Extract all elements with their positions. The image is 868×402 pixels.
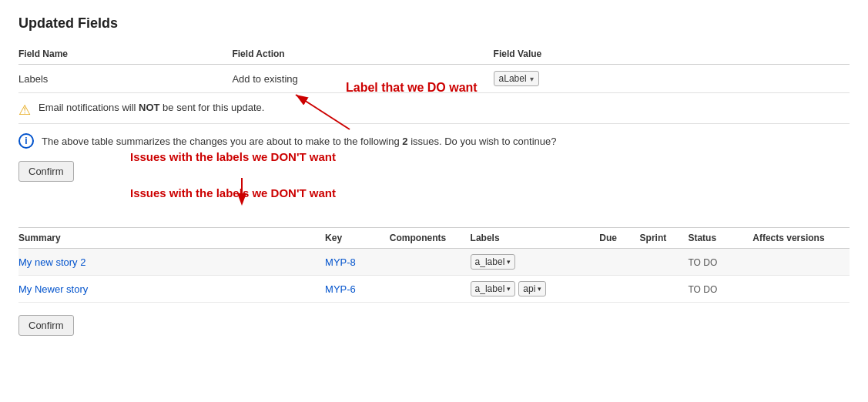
field-name-cell: Labels	[18, 65, 232, 93]
page-title: Updated Fields	[18, 15, 850, 32]
chevron-down-icon: ▾	[530, 75, 534, 83]
issue-due-cell	[599, 249, 639, 276]
field-value-select[interactable]: aLabel ▾	[494, 71, 539, 86]
label-select[interactable]: api▾	[518, 281, 546, 296]
fields-table: Field Name Field Action Field Value Labe…	[18, 44, 850, 93]
col-header-key: Key	[325, 228, 390, 249]
issue-key-cell: MYP-6	[325, 276, 390, 303]
issue-sprint-cell	[640, 249, 689, 276]
field-value-select-text: aLabel	[499, 73, 527, 84]
col-header-field-action: Field Action	[232, 44, 493, 65]
col-header-field-name: Field Name	[18, 44, 232, 65]
issue-key-cell: MYP-8	[325, 249, 390, 276]
confirm-bottom-button[interactable]: Confirm	[18, 315, 74, 336]
label-select[interactable]: a_label▾	[471, 281, 516, 296]
annotation2-text: Issues with the labels we DON'T want	[130, 186, 336, 199]
chevron-down-icon: ▾	[538, 285, 541, 293]
issue-components-cell	[390, 249, 471, 276]
col-header-summary: Summary	[18, 228, 325, 249]
label-select[interactable]: a_label▾	[471, 254, 516, 270]
issues-table-row: My new story 2MYP-8a_label▾TO DO	[18, 249, 850, 276]
col-header-labels: Labels	[471, 228, 600, 249]
confirm-bottom-section: Confirm	[18, 309, 850, 340]
issue-key-link[interactable]: MYP-8	[325, 256, 356, 268]
col-header-components: Components	[390, 228, 471, 249]
issue-key-link[interactable]: MYP-6	[325, 283, 356, 295]
issue-summary-cell: My Newer story	[18, 276, 325, 303]
col-header-affects-versions: Affects versions	[752, 228, 850, 249]
confirm-top-button[interactable]: Confirm	[18, 161, 74, 182]
issue-status-cell: TO DO	[688, 276, 752, 303]
chevron-down-icon: ▾	[507, 285, 511, 293]
annotation2-arrow-area	[18, 201, 850, 224]
status-badge: TO DO	[688, 284, 717, 295]
issue-labels-cell: a_label▾	[471, 249, 600, 276]
notification-section: ⚠ Email notifications will NOT be sent f…	[18, 93, 850, 124]
issue-due-cell	[599, 276, 639, 303]
field-value-cell: aLabel ▾	[494, 65, 850, 93]
status-badge: TO DO	[688, 257, 717, 268]
issues-table-row: My Newer storyMYP-6a_label▾api▾TO DO	[18, 276, 850, 303]
summary-text: The above table summarizes the changes y…	[42, 136, 556, 147]
col-header-sprint: Sprint	[640, 228, 689, 249]
issue-components-cell	[390, 276, 471, 303]
col-header-field-value: Field Value	[494, 44, 850, 65]
fields-table-row: Labels Add to existing aLabel ▾	[18, 65, 850, 93]
issue-summary-link[interactable]: My Newer story	[18, 283, 88, 295]
issues-table: Summary Key Components Labels Due Sprint…	[18, 227, 850, 303]
annotation2-arrow-svg	[242, 178, 273, 201]
issue-affects-versions-cell	[752, 276, 850, 303]
issue-status-cell: TO DO	[688, 249, 752, 276]
notification-text: Email notifications will NOT be sent for…	[39, 101, 264, 115]
summary-row: i The above table summarizes the changes…	[18, 124, 850, 155]
issue-labels-cell: a_label▾api▾	[471, 276, 600, 303]
confirm-top-section: Confirm Issues with the labels we DON'T …	[18, 155, 74, 186]
annotation2-wrapper: Issues with the labels we DON'T want	[18, 186, 850, 199]
col-header-status: Status	[688, 228, 752, 249]
issue-summary-cell: My new story 2	[18, 249, 325, 276]
col-header-due: Due	[599, 228, 639, 249]
issue-sprint-cell	[640, 276, 689, 303]
notification-row: ⚠ Email notifications will NOT be sent f…	[18, 93, 850, 124]
chevron-down-icon: ▾	[507, 258, 511, 266]
issue-affects-versions-cell	[752, 249, 850, 276]
warning-icon: ⚠	[18, 102, 31, 119]
issue-summary-link[interactable]: My new story 2	[18, 256, 85, 268]
field-action-cell: Add to existing	[232, 65, 493, 93]
info-icon: i	[18, 133, 34, 149]
